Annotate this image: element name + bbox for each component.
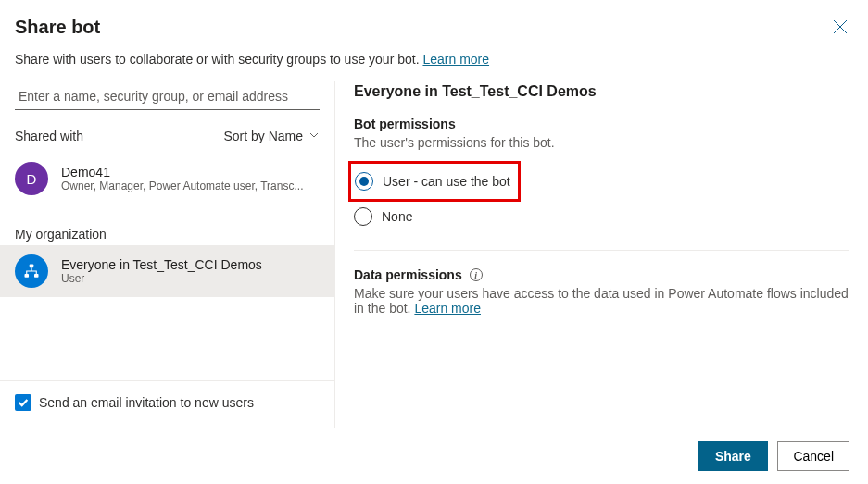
users-list: D Demo41 Owner, Manager, Power Automate … [0, 153, 334, 205]
search-input[interactable] [15, 83, 320, 110]
user-name: Demo41 [61, 165, 303, 180]
sort-button[interactable]: Sort by Name [223, 129, 320, 143]
svg-rect-1 [25, 274, 30, 278]
user-meta: Owner, Manager, Power Automate user, Tra… [61, 180, 303, 192]
radio-option-user[interactable]: User - can use the bot [355, 167, 510, 196]
cancel-button[interactable]: Cancel [777, 441, 849, 471]
avatar [15, 254, 48, 288]
people-icon [23, 263, 40, 279]
item-text: Demo41 Owner, Manager, Power Automate us… [61, 165, 303, 192]
item-text: Everyone in Test_Test_CCI Demos User [61, 257, 262, 285]
bot-permissions-title: Bot permissions [354, 117, 849, 131]
avatar: D [15, 162, 48, 195]
email-invite-row: Send an email invitation to new users [0, 380, 334, 424]
panel-title: Everyone in Test_Test_CCI Demos [354, 83, 849, 100]
data-permissions-title: Data permissions i [354, 267, 849, 282]
email-invite-checkbox[interactable] [15, 394, 31, 411]
close-icon [833, 19, 848, 34]
close-button[interactable] [831, 17, 849, 39]
svg-rect-2 [34, 274, 39, 278]
data-permissions-learn-more-link[interactable]: Learn more [414, 301, 481, 316]
highlight-box: User - can use the bot [348, 161, 521, 202]
list-item[interactable]: Everyone in Test_Test_CCI Demos User [0, 245, 334, 297]
radio-label: None [382, 209, 412, 224]
spacer [0, 297, 334, 380]
bot-permissions-radio-group: User - can use the bot None [354, 161, 849, 231]
org-list: Everyone in Test_Test_CCI Demos User [0, 245, 334, 297]
org-name: Everyone in Test_Test_CCI Demos [61, 257, 262, 272]
shared-with-row: Shared with Sort by Name [0, 110, 334, 153]
radio-label: User - can use the bot [383, 174, 510, 189]
checkmark-icon [17, 396, 30, 409]
data-permissions-text: Make sure your users have access to the … [354, 286, 849, 316]
radio-icon [355, 172, 373, 191]
dialog-header: Share bot [0, 0, 868, 46]
bot-permissions-sub: The user's permissions for this bot. [354, 135, 849, 150]
svg-rect-0 [30, 265, 34, 268]
shared-with-label: Shared with [15, 129, 83, 143]
list-item[interactable]: D Demo41 Owner, Manager, Power Automate … [0, 153, 334, 205]
share-button[interactable]: Share [698, 441, 768, 471]
subtitle-text: Share with users to collaborate or with … [15, 52, 422, 67]
chevron-down-icon [308, 129, 320, 143]
data-permissions-title-text: Data permissions [354, 267, 462, 282]
dialog-footer: Share Cancel [0, 428, 868, 484]
left-pane: Shared with Sort by Name D Demo41 Owner,… [0, 81, 335, 428]
learn-more-link[interactable]: Learn more [422, 52, 489, 67]
divider [354, 250, 849, 251]
dialog-body: Shared with Sort by Name D Demo41 Owner,… [0, 81, 868, 428]
right-pane: Everyone in Test_Test_CCI Demos Bot perm… [335, 81, 868, 428]
info-icon[interactable]: i [470, 268, 483, 281]
dialog-title: Share bot [15, 17, 100, 38]
org-heading: My organization [0, 205, 334, 245]
radio-icon [354, 207, 372, 226]
radio-option-none[interactable]: None [354, 202, 849, 231]
dialog-subtitle: Share with users to collaborate or with … [0, 46, 868, 81]
share-bot-dialog: Share bot Share with users to collaborat… [0, 0, 868, 484]
email-invite-label: Send an email invitation to new users [39, 395, 254, 410]
sort-label: Sort by Name [223, 129, 303, 143]
org-meta: User [61, 272, 262, 285]
